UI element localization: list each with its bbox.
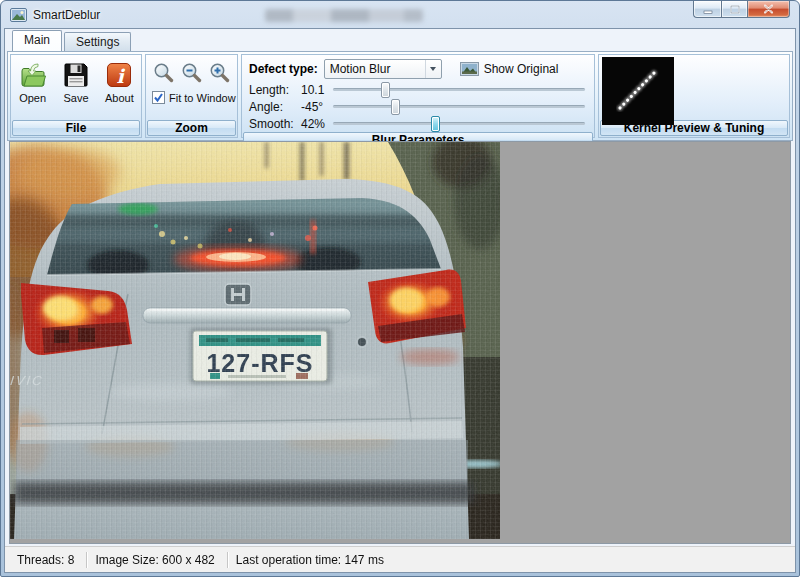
file-group-label: File (12, 120, 140, 136)
status-threads: Threads: 8 (9, 548, 87, 572)
checkmark-icon (153, 92, 164, 103)
defect-type-dropdown[interactable]: Motion Blur (324, 59, 442, 79)
deblurred-photo[interactable]: 127-RFS CIVIC (10, 142, 500, 539)
zoom-in-icon[interactable] (209, 62, 230, 83)
angle-slider[interactable] (333, 105, 585, 108)
client-area: Main Settings Open (4, 28, 796, 573)
dropdown-arrow-icon (425, 60, 441, 78)
tab-bar: Main Settings (12, 30, 133, 51)
app-icon (10, 8, 27, 22)
close-icon (763, 4, 774, 14)
save-button[interactable]: Save (56, 60, 96, 104)
blur-parameters-group: Defect type: Motion Blur (241, 54, 595, 138)
defect-type-label: Defect type: (249, 62, 318, 76)
length-label: Length: (249, 83, 301, 97)
kernel-group: Kernel Preview & Tuning (598, 54, 790, 138)
about-info-icon: i (104, 60, 134, 90)
about-button[interactable]: i About (99, 60, 139, 104)
angle-label: Angle: (249, 100, 301, 114)
toolbar: Open Save (7, 51, 793, 141)
file-group: Open Save (10, 54, 142, 138)
save-label: Save (63, 92, 88, 104)
show-original-button[interactable]: Show Original (460, 62, 559, 76)
image-canvas[interactable]: 127-RFS CIVIC (9, 141, 791, 544)
open-label: Open (19, 92, 46, 104)
kernel-preview[interactable] (602, 57, 674, 125)
window-title: SmartDeblur (33, 8, 100, 22)
show-original-icon (460, 62, 479, 76)
status-last-operation: Last operation time: 147 ms (228, 548, 397, 572)
zoom-group: Fit to Window Zoom (145, 54, 238, 138)
tab-main[interactable]: Main (12, 30, 62, 51)
smooth-slider[interactable] (333, 122, 585, 125)
zoom-actual-icon[interactable] (153, 62, 174, 83)
save-floppy-icon (61, 60, 91, 90)
maximize-icon (730, 5, 740, 14)
open-folder-icon (18, 60, 48, 90)
smooth-slider-handle[interactable] (431, 116, 440, 132)
angle-slider-handle[interactable] (391, 99, 400, 115)
open-button[interactable]: Open (13, 60, 53, 104)
show-original-label: Show Original (484, 62, 559, 76)
maximize-button[interactable] (721, 1, 748, 18)
tab-settings[interactable]: Settings (64, 32, 131, 51)
fit-to-window-label: Fit to Window (169, 92, 236, 104)
car-photo-graphic: 127-RFS CIVIC (10, 142, 500, 539)
smooth-value: 42% (301, 117, 333, 131)
title-bar[interactable]: SmartDeblur (1, 1, 799, 28)
app-window: SmartDeblur Main Settings (0, 0, 800, 577)
status-image-size: Image Size: 600 x 482 (87, 548, 227, 572)
length-slider-handle[interactable] (381, 82, 390, 98)
close-button[interactable] (748, 1, 790, 18)
about-label: About (105, 92, 134, 104)
defect-type-value: Motion Blur (330, 62, 391, 76)
minimize-button[interactable] (693, 1, 721, 18)
status-bar: Threads: 8 Image Size: 600 x 482 Last op… (5, 546, 795, 572)
length-value: 10.1 (301, 83, 333, 97)
zoom-group-label: Zoom (147, 120, 236, 136)
kernel-motion-line (602, 57, 674, 125)
zoom-out-icon[interactable] (181, 62, 202, 83)
angle-value: -45° (301, 100, 333, 114)
length-slider[interactable] (333, 88, 585, 91)
smooth-label: Smooth: (249, 117, 301, 131)
fit-to-window-checkbox[interactable] (152, 91, 165, 104)
redacted-title-text (265, 9, 423, 22)
minimize-icon (703, 5, 713, 14)
